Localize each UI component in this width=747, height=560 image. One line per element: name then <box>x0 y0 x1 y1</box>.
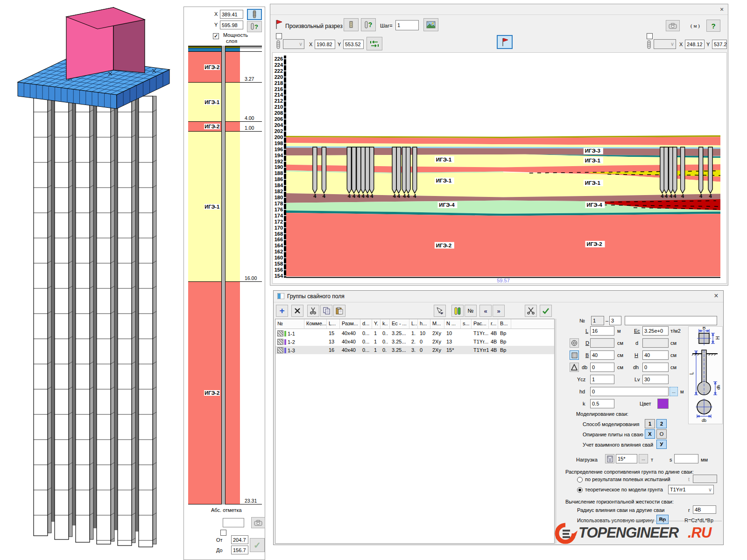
apply-button[interactable] <box>540 305 552 317</box>
hd-browse-button[interactable]: ... <box>669 387 678 396</box>
number-button[interactable]: № <box>465 305 477 317</box>
db-field[interactable]: 0 <box>590 363 614 372</box>
apply-range-button[interactable]: ✓ <box>250 538 265 552</box>
x-coord-field[interactable]: 389.41 <box>220 10 243 19</box>
table-header-cell[interactable]: Y. <box>372 319 381 329</box>
pile-info-button[interactable]: ? <box>247 21 262 32</box>
table-header-cell[interactable]: L... <box>327 319 340 329</box>
s-field[interactable] <box>674 454 698 463</box>
cut-button[interactable] <box>307 305 319 317</box>
table-row[interactable]: 1-31640x400...10.3.25...3.02Xy15*T1Yrr14… <box>275 346 554 354</box>
range-checkbox[interactable] <box>220 530 226 536</box>
delete-group-button[interactable] <box>291 305 303 317</box>
table-header-cell[interactable]: L.. <box>409 319 418 329</box>
left-y-field[interactable]: 553.52 <box>343 40 364 49</box>
table-row[interactable]: 1-11540x400...10..3.25...1.102Xy10T1Yr..… <box>275 329 554 337</box>
image-export-button[interactable] <box>423 18 438 31</box>
abs-mark-field[interactable] <box>223 518 244 527</box>
step-field[interactable]: 1 <box>395 20 419 30</box>
d-field[interactable] <box>642 338 669 348</box>
table-header-cell[interactable]: № <box>275 319 304 329</box>
table-header-cell[interactable]: M... <box>430 319 444 329</box>
mutual-y-button[interactable]: У <box>656 440 667 449</box>
dialog-titlebar[interactable]: Группы свайного поля × <box>274 291 723 302</box>
theoretical-radio[interactable] <box>577 487 583 493</box>
Ec-field[interactable]: 3.25e+0 <box>642 326 669 336</box>
paste-button[interactable] <box>333 305 345 317</box>
table-header-cell[interactable]: k.. <box>381 319 390 329</box>
bearing-x-button[interactable]: X <box>645 429 655 439</box>
B-field[interactable]: 40 <box>590 350 614 360</box>
group-name-field[interactable] <box>625 316 717 325</box>
from-field[interactable]: 204.7 <box>231 535 248 544</box>
thickness-checkbox[interactable]: ✓ <box>213 33 219 39</box>
H-field[interactable]: 40 <box>642 350 669 360</box>
group-visibility-icon[interactable] <box>277 330 283 336</box>
table-header-cell[interactable]: h... <box>418 319 430 329</box>
right-borehole-select[interactable]: ∨ <box>654 39 676 49</box>
Lv-field[interactable]: 30 <box>642 375 669 384</box>
left-borehole-select[interactable]: ∨ <box>283 39 304 49</box>
table-header-cell[interactable]: Комме... <box>304 319 327 329</box>
copy-button[interactable] <box>320 305 332 317</box>
right-marker-checkbox[interactable] <box>647 33 653 39</box>
swap-ends-button[interactable] <box>366 37 382 50</box>
t-field[interactable] <box>693 475 717 483</box>
table-header-cell[interactable]: s... <box>461 319 472 329</box>
r-field[interactable]: 4B <box>693 505 716 514</box>
table-header-cell[interactable]: r... <box>489 319 498 329</box>
section-titlebar[interactable]: × <box>270 4 728 15</box>
square-section-button[interactable] <box>570 350 579 360</box>
flag-toggle-button[interactable] <box>497 35 513 49</box>
y-coord-field[interactable]: 595.98 <box>220 21 243 29</box>
load-calc-button[interactable] <box>605 454 614 463</box>
round-section-button[interactable] <box>570 338 579 348</box>
close-icon[interactable]: × <box>718 5 726 14</box>
D-field[interactable] <box>590 338 614 348</box>
right-x-field[interactable]: 248.12 <box>685 40 705 49</box>
table-header-cell[interactable]: B... <box>498 319 511 329</box>
select-filter-button[interactable] <box>434 305 446 317</box>
add-group-button[interactable]: + <box>276 305 288 317</box>
tapered-section-button[interactable] <box>570 363 579 372</box>
pile-help-button[interactable]: ? <box>361 18 376 31</box>
right-y-field[interactable]: 537.24 <box>712 40 727 49</box>
hd-field[interactable]: 0 <box>590 387 669 396</box>
help-button[interactable]: ? <box>706 20 720 32</box>
load-field[interactable]: 15* <box>616 454 637 463</box>
L-field[interactable]: 16 <box>590 326 614 336</box>
prev-button[interactable]: « <box>479 305 492 317</box>
soil-model-select[interactable]: T1Yrr1 ∨ <box>668 485 714 494</box>
k-field[interactable]: 0.5 <box>590 399 614 408</box>
borehole-button[interactable] <box>344 18 359 31</box>
field-tests-radio[interactable] <box>577 477 583 483</box>
color-swatch[interactable] <box>657 399 669 409</box>
pile-tool-button[interactable] <box>247 9 262 20</box>
to-field[interactable]: 156.7 <box>231 546 248 554</box>
group-num-to[interactable]: 3 <box>609 316 621 325</box>
section-plot-area[interactable]: 44444444444444444444ИГЭ-1ИГЭ-1ИГЭ-4ИГЭ-2… <box>272 52 727 284</box>
method-1-button[interactable]: 1 <box>645 419 655 428</box>
bearing-o-button[interactable]: O <box>656 429 667 439</box>
table-header-cell[interactable]: N ... <box>444 319 461 329</box>
next-button[interactable]: » <box>493 305 505 317</box>
method-2-button[interactable]: 2 <box>656 419 667 428</box>
dh-field[interactable]: 0 <box>642 363 669 372</box>
Ycz-field[interactable]: 1 <box>590 375 614 384</box>
soil-column[interactable]: ИГЭ-23.27ИГЭ-14.00ИГЭ-21.00ИГЭ-116.00ИГЭ… <box>188 46 262 504</box>
snapshot-button[interactable] <box>251 517 265 528</box>
section-snapshot-button[interactable] <box>666 20 680 31</box>
table-header-cell[interactable]: Ec - ... <box>390 319 409 329</box>
load-browse-button[interactable]: ... <box>639 454 648 463</box>
left-x-field[interactable]: 190.82 <box>315 40 335 49</box>
group-visibility-icon[interactable] <box>277 339 283 345</box>
pile-pair-button[interactable] <box>451 305 464 317</box>
close-icon[interactable]: × <box>712 292 720 300</box>
table-header-cell[interactable]: Разм... <box>340 319 360 329</box>
table-row[interactable]: 1-21340x400...10..3.25...2.02Xy13T1Yr...… <box>275 337 554 346</box>
split-button[interactable] <box>525 305 537 317</box>
group-visibility-icon[interactable] <box>277 347 283 353</box>
pile-groups-table[interactable]: №Комме...L...Разм...d...Y.k..Ec - ...L..… <box>275 319 555 544</box>
table-header-cell[interactable]: d... <box>360 319 372 329</box>
group-num-from[interactable]: 1 <box>591 316 604 325</box>
